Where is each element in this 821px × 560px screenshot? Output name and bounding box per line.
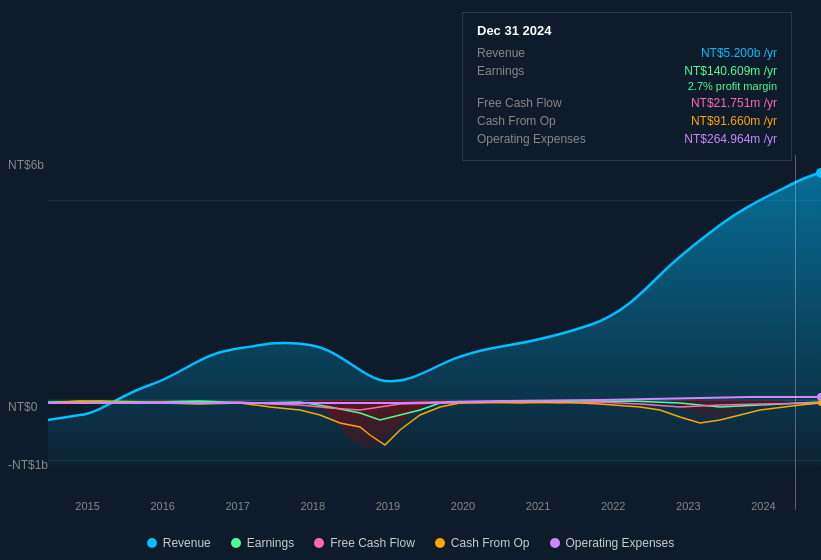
- x-label-2020: 2020: [451, 500, 475, 512]
- legend-label-fcf: Free Cash Flow: [330, 536, 415, 550]
- x-label-2015: 2015: [75, 500, 99, 512]
- x-label-2019: 2019: [376, 500, 400, 512]
- legend-dot-revenue: [147, 538, 157, 548]
- x-label-2023: 2023: [676, 500, 700, 512]
- x-axis: 2015 2016 2017 2018 2019 2020 2021 2022 …: [0, 500, 821, 512]
- x-label-2024: 2024: [751, 500, 775, 512]
- legend-fcf[interactable]: Free Cash Flow: [314, 536, 415, 550]
- tooltip-row-margin: 2.7% profit margin: [489, 80, 777, 92]
- legend-dot-earnings: [231, 538, 241, 548]
- x-label-2017: 2017: [225, 500, 249, 512]
- legend-label-opex: Operating Expenses: [566, 536, 675, 550]
- tooltip-value-fcf: NT$21.751m /yr: [691, 96, 777, 110]
- legend-dot-cfo: [435, 538, 445, 548]
- x-label-2018: 2018: [301, 500, 325, 512]
- legend-revenue[interactable]: Revenue: [147, 536, 211, 550]
- x-label-2016: 2016: [150, 500, 174, 512]
- tooltip-label-fcf: Free Cash Flow: [477, 96, 587, 110]
- tooltip-value-earnings: NT$140.609m /yr: [684, 64, 777, 78]
- legend-label-cfo: Cash From Op: [451, 536, 530, 550]
- tooltip-row-opex: Operating Expenses NT$264.964m /yr: [477, 132, 777, 146]
- x-label-2021: 2021: [526, 500, 550, 512]
- tooltip-row-cfo: Cash From Op NT$91.660m /yr: [477, 114, 777, 128]
- tooltip-label-cfo: Cash From Op: [477, 114, 587, 128]
- cursor-line: [795, 155, 796, 510]
- chart-container: Dec 31 2024 Revenue NT$5.200b /yr Earnin…: [0, 0, 821, 560]
- legend-opex[interactable]: Operating Expenses: [550, 536, 675, 550]
- tooltip-value-cfo: NT$91.660m /yr: [691, 114, 777, 128]
- legend-dot-fcf: [314, 538, 324, 548]
- tooltip-box: Dec 31 2024 Revenue NT$5.200b /yr Earnin…: [462, 12, 792, 161]
- tooltip-row-revenue: Revenue NT$5.200b /yr: [477, 46, 777, 60]
- tooltip-row-earnings: Earnings NT$140.609m /yr: [477, 64, 777, 78]
- tooltip-row-fcf: Free Cash Flow NT$21.751m /yr: [477, 96, 777, 110]
- x-label-2022: 2022: [601, 500, 625, 512]
- legend-cfo[interactable]: Cash From Op: [435, 536, 530, 550]
- tooltip-date: Dec 31 2024: [477, 23, 777, 38]
- legend-earnings[interactable]: Earnings: [231, 536, 294, 550]
- tooltip-label-earnings: Earnings: [477, 64, 587, 78]
- legend-label-earnings: Earnings: [247, 536, 294, 550]
- tooltip-label-opex: Operating Expenses: [477, 132, 587, 146]
- tooltip-label-revenue: Revenue: [477, 46, 587, 60]
- tooltip-value-revenue: NT$5.200b /yr: [701, 46, 777, 60]
- legend: Revenue Earnings Free Cash Flow Cash Fro…: [0, 536, 821, 550]
- legend-dot-opex: [550, 538, 560, 548]
- legend-label-revenue: Revenue: [163, 536, 211, 550]
- tooltip-value-opex: NT$264.964m /yr: [684, 132, 777, 146]
- tooltip-value-margin: 2.7% profit margin: [688, 80, 777, 92]
- chart-svg: [0, 155, 821, 473]
- revenue-area: [48, 173, 821, 465]
